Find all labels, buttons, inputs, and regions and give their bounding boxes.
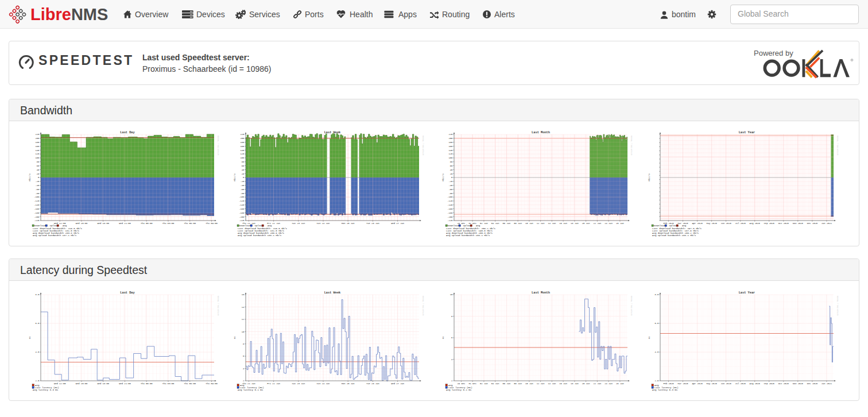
- svg-text:Mbit/s: Mbit/s: [234, 173, 236, 182]
- svg-text:12 Jan: 12 Jan: [537, 383, 545, 385]
- svg-text:Sat 23 Jan: Sat 23 Jan: [292, 222, 305, 225]
- svg-text:Aug 2020: Aug 2020: [750, 222, 761, 225]
- svg-text:Oct 2020: Oct 2020: [778, 222, 789, 225]
- svg-text:Jan 2021: Jan 2021: [822, 383, 832, 385]
- svg-text:8.0: 8.0: [36, 294, 40, 296]
- svg-text:Sep 2020: Sep 2020: [764, 383, 775, 385]
- svg-text:160: 160: [36, 145, 40, 148]
- svg-text:-120: -120: [34, 200, 40, 202]
- svg-text:24 Jan: 24 Jan: [604, 222, 613, 225]
- svg-text:Last Day: Last Day: [120, 131, 135, 134]
- svg-text:-80: -80: [36, 192, 40, 195]
- svg-text:Jun 2020: Jun 2020: [720, 383, 731, 385]
- svg-text:Last Day: Last Day: [120, 291, 135, 295]
- svg-text:18 Jan: 18 Jan: [571, 383, 579, 385]
- svg-text:Avg latency 5.1 ms: Avg latency 5.1 ms: [446, 389, 472, 391]
- svg-text:-220: -220: [34, 219, 40, 222]
- svg-text:180: 180: [36, 141, 40, 144]
- svg-text:May 2020: May 2020: [706, 222, 717, 225]
- svg-text:ms: ms: [442, 337, 444, 339]
- svg-text:Aug 2020: Aug 2020: [750, 383, 761, 385]
- svg-text:200: 200: [449, 137, 454, 140]
- svg-text:Wed 21:00: Wed 21:00: [119, 383, 131, 385]
- svg-text:Apr 2020: Apr 2020: [692, 222, 703, 225]
- svg-text:Mar 2020: Mar 2020: [677, 383, 688, 385]
- svg-text:10: 10: [242, 331, 245, 333]
- svg-text:16: 16: [242, 294, 245, 296]
- svg-text:Thu 03:00: Thu 03:00: [162, 383, 175, 385]
- svg-text:140: 140: [241, 149, 245, 152]
- svg-text:2: 2: [451, 380, 453, 382]
- svg-text:Thu 06:00: Thu 06:00: [184, 222, 196, 225]
- svg-text:ms: ms: [29, 337, 31, 339]
- svg-text:Jun 2020: Jun 2020: [720, 222, 731, 225]
- svg-text:180: 180: [241, 141, 245, 144]
- svg-text:R: R: [851, 59, 853, 61]
- svg-text:ms: ms: [234, 337, 236, 339]
- svg-text:Jul 2020: Jul 2020: [735, 383, 746, 385]
- svg-text:Wed 15:00: Wed 15:00: [76, 383, 88, 385]
- svg-text:Download: Download: [239, 225, 251, 227]
- svg-text:120: 120: [449, 153, 454, 155]
- svg-text:-60: -60: [449, 188, 454, 191]
- svg-text:-80: -80: [449, 192, 454, 195]
- svg-text:Mbit/s: Mbit/s: [442, 173, 444, 182]
- svg-text:-80: -80: [241, 192, 245, 195]
- svg-text:Oct 2020: Oct 2020: [778, 383, 789, 385]
- svg-text:180: 180: [449, 141, 454, 144]
- svg-text:Thu 03:00: Thu 03:00: [162, 222, 175, 225]
- svg-text:RRDTOOL / TOBI OETIKER: RRDTOOL / TOBI OETIKER: [836, 136, 839, 156]
- svg-text:80: 80: [450, 161, 453, 163]
- svg-text:-160: -160: [239, 208, 245, 210]
- svg-text:Avg latency 5.1 ms: Avg latency 5.1 ms: [238, 389, 264, 391]
- svg-text:Thu 00:00: Thu 00:00: [141, 222, 153, 225]
- svg-text:Avg upload bandwidth 187.1 Mb/: Avg upload bandwidth 187.1 Mb/s: [33, 234, 77, 237]
- svg-text:-20: -20: [36, 180, 40, 183]
- svg-text:RRDTOOL / TOBI OETIKER: RRDTOOL / TOBI OETIKER: [217, 136, 219, 156]
- svg-text:Jan 2021: Jan 2021: [822, 222, 832, 225]
- svg-text:29 Dec: 29 Dec: [458, 383, 466, 385]
- svg-text:Wed 27 Jan: Wed 27 Jan: [391, 222, 404, 225]
- svg-text:Dec 2020: Dec 2020: [807, 383, 818, 385]
- svg-text:-20: -20: [449, 180, 454, 183]
- svg-text:120: 120: [241, 153, 245, 155]
- svg-text:80: 80: [37, 161, 40, 163]
- svg-text:4.0: 4.0: [655, 351, 660, 353]
- svg-text:160: 160: [241, 145, 245, 148]
- svg-text:-180: -180: [34, 212, 40, 214]
- svg-text:Wed 21:00: Wed 21:00: [119, 222, 131, 225]
- svg-text:Fri 22 Jan: Fri 22 Jan: [267, 383, 280, 385]
- svg-text:Tue 26 Jan: Tue 26 Jan: [366, 383, 379, 385]
- svg-text:4: 4: [451, 358, 453, 361]
- svg-text:220: 220: [36, 133, 40, 136]
- svg-text:-160: -160: [447, 208, 453, 210]
- svg-text:-140: -140: [239, 204, 245, 206]
- svg-text:100: 100: [36, 157, 40, 159]
- svg-text:Sun 24 Jan: Sun 24 Jan: [317, 222, 330, 225]
- svg-text:May 2020: May 2020: [706, 383, 717, 385]
- svg-text:-140: -140: [447, 204, 453, 206]
- svg-text:Last Year: Last Year: [739, 131, 755, 134]
- svg-text:24 Jan: 24 Jan: [604, 383, 613, 385]
- svg-text:Mbit/s: Mbit/s: [29, 173, 31, 182]
- svg-text:RRDTOOL / TOBI OETIKER: RRDTOOL / TOBI OETIKER: [422, 136, 424, 156]
- svg-text:Sun 24 Jan: Sun 24 Jan: [317, 383, 330, 385]
- svg-text:20: 20: [242, 173, 245, 175]
- svg-text:Upload: Upload: [669, 225, 678, 227]
- svg-text:4.0: 4.0: [36, 351, 40, 353]
- svg-text:Wed 18:00: Wed 18:00: [97, 383, 109, 385]
- svg-text:-220: -220: [239, 219, 245, 222]
- svg-text:-40: -40: [36, 184, 40, 187]
- svg-text:160: 160: [449, 145, 454, 148]
- svg-text:16 Jan: 16 Jan: [559, 222, 567, 225]
- svg-text:Jul 2020: Jul 2020: [735, 222, 746, 225]
- svg-text:220: 220: [449, 133, 454, 136]
- svg-text:Last Week: Last Week: [324, 291, 341, 295]
- svg-text:Last Week: Last Week: [324, 131, 341, 134]
- svg-text:-40: -40: [449, 184, 454, 187]
- svg-text:RRDTOOL / TOBI OETIKER: RRDTOOL / TOBI OETIKER: [422, 296, 424, 316]
- svg-text:-200: -200: [34, 216, 40, 218]
- svg-text:-120: -120: [447, 200, 453, 202]
- svg-text:Thu 21 Jan: Thu 21 Jan: [242, 383, 255, 385]
- svg-text:0: 0: [38, 176, 40, 179]
